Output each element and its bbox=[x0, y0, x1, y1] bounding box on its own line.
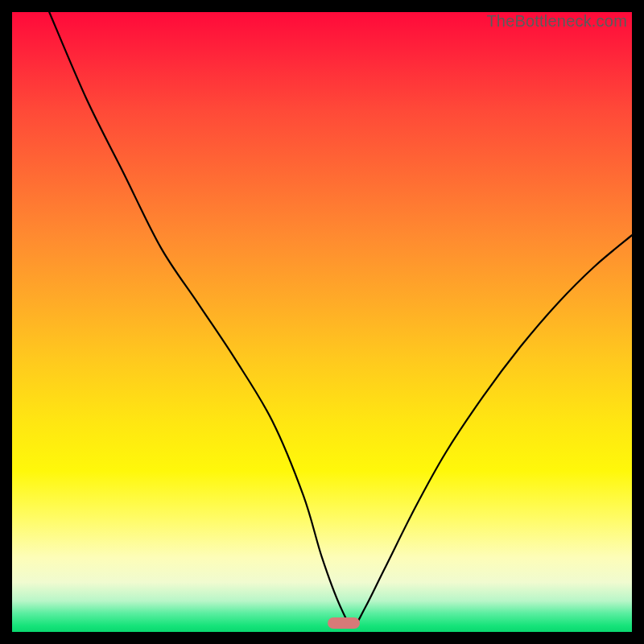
chart-frame: TheBottleneck.com bbox=[0, 0, 644, 644]
optimal-marker bbox=[328, 617, 360, 629]
chart-plot-area: TheBottleneck.com bbox=[12, 12, 632, 632]
bottleneck-curve bbox=[49, 12, 632, 625]
bottleneck-curve-svg bbox=[12, 12, 632, 632]
